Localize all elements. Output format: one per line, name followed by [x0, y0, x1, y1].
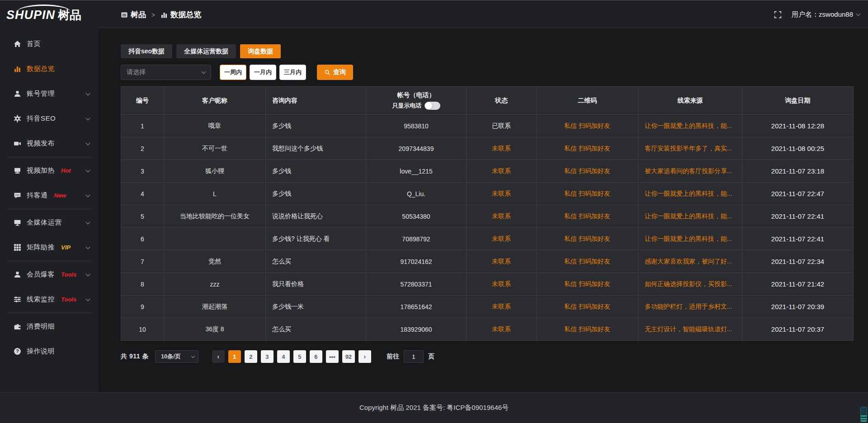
- sidebar-item-video-publish[interactable]: 视频发布: [0, 131, 99, 156]
- next-page-button[interactable]: ›: [359, 350, 371, 363]
- video-camera-icon: [14, 140, 21, 147]
- cell-content: 说说价格让我死心: [266, 205, 366, 228]
- page-button[interactable]: 1: [228, 350, 241, 363]
- page-button[interactable]: 3: [261, 350, 274, 363]
- page-list: ‹ 123456•••92 ›: [210, 350, 373, 363]
- range-button-week[interactable]: 一周内: [220, 65, 246, 80]
- cell-source-link[interactable]: 多功能护栏灯，适用于乡村文...: [638, 296, 742, 318]
- grid-icon: [14, 244, 21, 251]
- page-button[interactable]: 4: [277, 350, 290, 363]
- sidebar-item-omnimedia[interactable]: 全媒体运营: [0, 210, 99, 235]
- cell-content: 多少钱? 让我死心 看: [266, 228, 366, 250]
- cell-status: 未联系: [467, 273, 537, 296]
- cell-qrcode-link[interactable]: 私信 扫码加好友: [537, 160, 638, 183]
- cell-source-link[interactable]: 让你一眼就爱上的黑科技，能...: [638, 115, 742, 137]
- table-row: 4 L 多少钱 Q_Liu. 未联系 私信 扫码加好友 让你一眼就爱上的黑科技，…: [121, 183, 854, 205]
- cell-qrcode-link[interactable]: 私信 扫码加好友: [537, 228, 638, 250]
- sidebar: 首页 数据总览 账号管理 抖音SEO 视频发布 视频加热 Hot 抖客通 New…: [0, 28, 99, 423]
- sidebar-item-home[interactable]: 首页: [0, 32, 99, 56]
- table-row: 6 多少钱? 让我死心 看 70898792 未联系 私信 扫码加好友 让你一眼…: [121, 228, 854, 250]
- filter-select[interactable]: 请选择: [121, 65, 211, 80]
- range-button-month[interactable]: 一月内: [250, 65, 276, 80]
- cell-source-link[interactable]: 让你一眼就爱上的黑科技，能...: [638, 228, 742, 250]
- chat-widget[interactable]: [860, 407, 867, 422]
- page-jump-input[interactable]: [404, 350, 424, 363]
- hot-badge: Hot: [61, 167, 71, 174]
- page-button[interactable]: 2: [245, 350, 257, 363]
- chevron-down-icon: [86, 141, 90, 145]
- page-button[interactable]: 5: [293, 350, 306, 363]
- cell-nickname: 狐小狸: [164, 160, 266, 183]
- query-button[interactable]: 查询: [317, 65, 353, 80]
- col-header-qrcode: 二维码: [537, 87, 638, 115]
- sidebar-item-instructions[interactable]: ? 操作说明: [0, 339, 99, 364]
- cell-source-link[interactable]: 感谢大家喜欢我家，被问了好...: [638, 250, 742, 273]
- fullscreen-icon[interactable]: [774, 11, 782, 19]
- home-icon: [14, 40, 21, 48]
- table-header-row: 编号 客户昵称 咨询内容 帐号（电话） 只显示电话 状态 二维码 线索来源 询盘…: [121, 87, 854, 115]
- cell-content: 我想问这个多少钱: [266, 137, 366, 160]
- cell-date: 2021-11-08 12:28: [742, 115, 854, 137]
- cell-source-link[interactable]: 无主灯设计，智能磁吸轨道灯...: [638, 318, 742, 341]
- cell-qrcode-link[interactable]: 私信 扫码加好友: [537, 205, 638, 228]
- sidebar-item-label: 矩阵助推: [27, 243, 55, 252]
- cell-source-link[interactable]: 被大家追着问的客厅投影分享...: [638, 160, 742, 183]
- sidebar-item-douketong[interactable]: 抖客通 New: [0, 183, 99, 208]
- main-area: 抖音seo数据 全媒体运营数据 询盘数据 请选择 一周内 一月内 三月内 查询: [99, 28, 868, 423]
- breadcrumb-root[interactable]: 树品: [131, 9, 146, 20]
- cell-qrcode-link[interactable]: 私信 扫码加好友: [537, 115, 638, 137]
- billboard-icon: [14, 167, 21, 174]
- page-button[interactable]: 6: [310, 350, 322, 363]
- cell-source-link[interactable]: 让你一眼就爱上的黑科技，能...: [638, 183, 742, 205]
- cell-qrcode-link[interactable]: 私信 扫码加好友: [537, 318, 638, 341]
- chart-icon: [14, 65, 21, 73]
- jump-label-before: 前往: [387, 352, 399, 361]
- chevron-down-icon: [86, 272, 90, 276]
- chevron-down-icon: [856, 12, 861, 16]
- cell-qrcode-link[interactable]: 私信 扫码加好友: [537, 250, 638, 273]
- page-button[interactable]: •••: [326, 350, 339, 363]
- cell-status: 未联系: [467, 160, 537, 183]
- range-button-quarter[interactable]: 三月内: [279, 65, 306, 80]
- cell-no: 1: [121, 115, 164, 137]
- col-header-account: 帐号（电话） 只显示电话: [366, 87, 467, 115]
- cell-account: 183929060: [366, 318, 467, 341]
- cell-account: 572803371: [366, 273, 467, 296]
- footer: Copyright 树品 2021 备案号: 粤ICP备09019646号: [0, 392, 868, 423]
- user-menu[interactable]: 用户名：zswodun88: [792, 10, 860, 19]
- cell-source-link[interactable]: 如何正确选择投影仪，买投影...: [638, 273, 742, 296]
- page-size-select[interactable]: 10条/页: [155, 350, 198, 363]
- sidebar-item-matrix-boost[interactable]: 矩阵助推 VIP: [0, 235, 99, 260]
- tab-inquiry-data[interactable]: 询盘数据: [240, 44, 281, 58]
- sidebar-item-member-burst[interactable]: 会员爆客 Tools: [0, 262, 99, 287]
- phone-only-toggle[interactable]: [425, 102, 440, 110]
- sidebar-item-account-management[interactable]: 账号管理: [0, 81, 99, 106]
- cell-nickname: L: [164, 183, 266, 205]
- chevron-down-icon: [86, 296, 90, 301]
- sidebar-item-lead-monitor[interactable]: 线索监控 Tools: [0, 287, 99, 312]
- cell-source-link[interactable]: 客厅安装投影半年多了，真实...: [638, 137, 742, 160]
- sidebar-item-douyin-seo[interactable]: 抖音SEO: [0, 106, 99, 131]
- cell-qrcode-link[interactable]: 私信 扫码加好友: [537, 296, 638, 318]
- prev-page-button[interactable]: ‹: [212, 350, 225, 363]
- cell-date: 2021-11-07 22:41: [742, 205, 854, 228]
- tab-douyin-seo-data[interactable]: 抖音seo数据: [121, 44, 172, 58]
- cell-date: 2021-11-07 22:47: [742, 183, 854, 205]
- page-button[interactable]: 92: [342, 350, 355, 363]
- sidebar-item-video-heating[interactable]: 视频加热 Hot: [0, 158, 99, 183]
- cell-account: 917024162: [366, 250, 467, 273]
- sidebar-item-data-overview[interactable]: 数据总览: [0, 56, 99, 81]
- sidebar-item-spending-detail[interactable]: 消费明细: [0, 314, 99, 339]
- tab-omnimedia-data[interactable]: 全媒体运营数据: [176, 44, 236, 58]
- sidebar-divider: [7, 209, 91, 209]
- table-row: 5 当地比较能吃的一位美女 说说价格让我死心 50534380 未联系 私信 扫…: [121, 205, 854, 228]
- cell-source-link[interactable]: 让你一眼就爱上的黑科技，能...: [638, 205, 742, 228]
- cell-status: 未联系: [467, 137, 537, 160]
- cell-content: 多少钱: [266, 115, 366, 137]
- cell-account: love__1215: [366, 160, 467, 183]
- cell-qrcode-link[interactable]: 私信 扫码加好友: [537, 137, 638, 160]
- cell-qrcode-link[interactable]: 私信 扫码加好友: [537, 183, 638, 205]
- pagination: 共 911 条 10条/页 ‹ 123456•••92 › 前往 页: [121, 350, 868, 363]
- cell-nickname: 潮起潮落: [164, 296, 266, 318]
- cell-qrcode-link[interactable]: 私信 扫码加好友: [537, 273, 638, 296]
